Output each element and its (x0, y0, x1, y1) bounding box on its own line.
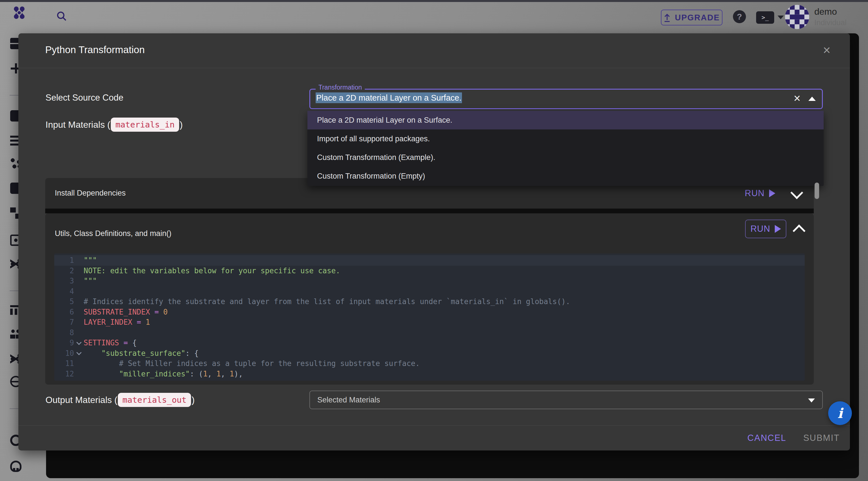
code-text: SUBSTRATE_INDEX = 0 (84, 308, 167, 316)
code-line-12: 12 "miller_indices": (1, 1, 1), (54, 369, 805, 379)
run-utils-button[interactable]: RUN (745, 219, 786, 238)
line-number: 2 (54, 267, 74, 275)
window-top-strip (0, 0, 868, 2)
app-logo-icon[interactable] (12, 6, 26, 20)
code-line-3: 3""" (54, 276, 805, 286)
caret-up-icon[interactable] (808, 97, 816, 101)
transformation-field-label: Transformation (316, 84, 365, 91)
terminal-icon: >_ (762, 14, 769, 21)
code-line-1: 1""" (54, 255, 805, 266)
selected-materials-dropdown[interactable]: Selected Materials (309, 391, 823, 409)
fold-column (74, 352, 84, 354)
run-install-button[interactable]: RUN (745, 188, 775, 199)
dialog-title: Python Transformation (45, 44, 145, 55)
output-materials-suffix: ) (192, 395, 195, 405)
line-number: 11 (54, 359, 74, 368)
code-text: NOTE: edit the variables below for your … (84, 267, 340, 275)
line-number: 10 (54, 349, 74, 358)
play-icon (775, 225, 781, 233)
code-lines: 1"""2NOTE: edit the variables below for … (54, 253, 805, 379)
console-caret-icon[interactable] (778, 16, 784, 19)
input-materials-prefix: Input Materials ( (45, 120, 110, 130)
code-line-9: 9SETTINGS = { (54, 338, 805, 348)
upgrade-button[interactable]: UPGRADE (661, 10, 722, 25)
materials-in-chip: materials_in (111, 118, 179, 132)
output-materials-label: Output Materials ( materials_out ) (45, 393, 195, 407)
input-materials-label: Input Materials ( materials_in ) (45, 118, 183, 132)
utils-title: Utils, Class Definitions, and main() (55, 229, 172, 238)
close-icon[interactable]: × (817, 41, 836, 59)
code-text: """ (84, 277, 97, 285)
utils-section: Utils, Class Definitions, and main() RUN… (45, 213, 814, 385)
selected-text: Place a 2D material Layer on a Surface. (316, 92, 462, 103)
code-text: "miller_indices": (1, 1, 1), (84, 370, 243, 378)
line-number: 3 (54, 277, 74, 285)
line-number: 5 (54, 297, 74, 306)
code-line-7: 7LAYER_INDEX = 1 (54, 317, 805, 328)
run-install-label: RUN (745, 188, 765, 199)
code-line-11: 11 # Set Miller indices as a tuple for t… (54, 358, 805, 369)
user-name[interactable]: demo (814, 6, 837, 17)
sidebar-icon-support[interactable] (10, 461, 22, 472)
line-number: 4 (54, 287, 74, 296)
app-header: UPGRADE ? >_ demo Individual (0, 2, 868, 33)
code-text: """ (84, 256, 97, 265)
code-text: LAYER_INDEX = 1 (84, 318, 150, 326)
cancel-button[interactable]: CANCEL (747, 433, 786, 443)
transformation-dropdown-menu: Place a 2D material Layer on a Surface. … (307, 111, 824, 186)
code-text: "substrate_surface": { (84, 349, 198, 358)
code-text: SETTINGS = { (84, 338, 137, 347)
user-plan: Individual (814, 18, 846, 27)
fold-column (74, 342, 84, 344)
chevron-down-icon[interactable] (790, 186, 803, 199)
transformation-value[interactable]: Place a 2D material Layer on a Surface. (316, 93, 462, 102)
info-icon: i (837, 405, 843, 421)
clear-icon[interactable]: × (788, 90, 806, 107)
code-text: # Set Miller indices as a tuple for the … (84, 359, 420, 368)
code-line-10: 10 "substrate_surface": { (54, 348, 805, 359)
console-button[interactable]: >_ (756, 11, 774, 24)
line-number: 6 (54, 308, 74, 316)
line-number: 12 (54, 370, 74, 378)
dropdown-option-2[interactable]: Import of all supported packages. (307, 129, 824, 148)
dropdown-option-3[interactable]: Custom Transformation (Example). (307, 148, 824, 167)
caret-down-icon (808, 398, 815, 402)
select-source-code-label: Select Source Code (45, 93, 123, 103)
chevron-up-icon[interactable] (793, 224, 805, 237)
dialog-header: Python Transformation × (19, 33, 850, 68)
output-materials-prefix: Output Materials ( (45, 395, 117, 405)
code-line-8: 8 (54, 328, 805, 338)
selected-materials-value: Selected Materials (317, 396, 380, 404)
scrollbar-thumb[interactable] (815, 183, 819, 199)
code-line-4: 4 (54, 286, 805, 297)
run-utils-label: RUN (750, 224, 770, 234)
line-number: 1 (54, 256, 74, 265)
section-gap (45, 209, 814, 213)
code-line-6: 6SUBSTRATE_INDEX = 0 (54, 307, 805, 318)
upload-arrow-icon (663, 13, 671, 22)
dropdown-option-4[interactable]: Custom Transformation (Empty) (307, 167, 824, 185)
help-button[interactable]: ? (733, 10, 746, 23)
code-text: # Indices identify the substrate and lay… (84, 297, 570, 306)
code-line-5: 5# Indices identify the substrate and la… (54, 297, 805, 307)
code-editor[interactable]: 1"""2NOTE: edit the variables below for … (54, 253, 805, 381)
submit-button[interactable]: SUBMIT (803, 433, 840, 443)
code-line-2: 2NOTE: edit the variables below for your… (54, 266, 805, 276)
python-transformation-dialog: Python Transformation × Select Source Co… (19, 33, 850, 450)
line-number: 8 (54, 328, 74, 337)
dropdown-option-1[interactable]: Place a 2D material Layer on a Surface. (307, 111, 824, 129)
identicon (785, 5, 809, 29)
fold-caret-icon[interactable] (76, 350, 82, 355)
materials-out-chip: materials_out (118, 393, 191, 407)
info-button[interactable]: i (828, 401, 852, 425)
line-number: 9 (54, 338, 74, 347)
fold-caret-icon[interactable] (76, 340, 82, 345)
dialog-footer: CANCEL SUBMIT (19, 425, 850, 450)
upgrade-label: UPGRADE (675, 13, 720, 22)
line-number: 7 (54, 318, 74, 326)
input-materials-suffix: ) (180, 120, 183, 130)
play-icon (769, 189, 775, 197)
avatar[interactable] (785, 5, 809, 29)
search-icon[interactable] (55, 10, 68, 22)
question-mark-icon: ? (737, 12, 742, 22)
